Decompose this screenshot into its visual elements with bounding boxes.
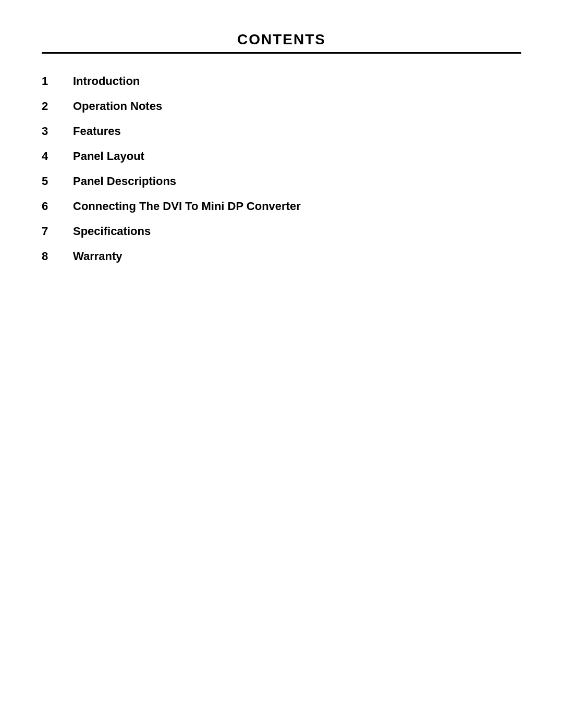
page-title: CONTENTS [42, 31, 521, 48]
toc-item: 7Specifications [42, 225, 521, 238]
toc-label: Panel Descriptions [73, 175, 176, 188]
toc-item: 4Panel Layout [42, 150, 521, 163]
toc-number: 4 [42, 150, 73, 163]
toc-number: 2 [42, 100, 73, 113]
toc-label: Introduction [73, 75, 140, 88]
page-container: CONTENTS 1Introduction2Operation Notes3F… [42, 31, 521, 263]
toc-number: 5 [42, 175, 73, 188]
toc-number: 1 [42, 75, 73, 88]
toc-label: Warranty [73, 250, 123, 263]
toc-item: 5Panel Descriptions [42, 175, 521, 188]
toc-item: 1Introduction [42, 75, 521, 88]
toc-label: Specifications [73, 225, 151, 238]
toc-number: 7 [42, 225, 73, 238]
toc-label: Connecting The DVI To Mini DP Converter [73, 200, 301, 213]
toc-item: 3Features [42, 125, 521, 138]
toc-number: 3 [42, 125, 73, 138]
page-header: CONTENTS [42, 31, 521, 48]
toc-number: 8 [42, 250, 73, 263]
header-divider [42, 52, 521, 54]
toc-number: 6 [42, 200, 73, 213]
toc-label: Operation Notes [73, 100, 162, 113]
toc-label: Features [73, 125, 121, 138]
toc-item: 2Operation Notes [42, 100, 521, 113]
toc-item: 8Warranty [42, 250, 521, 263]
toc-list: 1Introduction2Operation Notes3Features4P… [42, 75, 521, 263]
toc-item: 6Connecting The DVI To Mini DP Converter [42, 200, 521, 213]
toc-label: Panel Layout [73, 150, 144, 163]
